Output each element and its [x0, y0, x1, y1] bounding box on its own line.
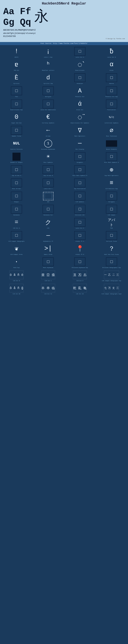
grid-cell-20: 0 Super And Sub	[1, 112, 32, 124]
alphabet-upper: ABCDEFGHIJKLMNOPQRSTUVWXYZ	[3, 28, 125, 32]
grid-cell-32: Geometric Shapes	[1, 151, 32, 164]
grid-cell-54: □ Latin Ext D	[64, 217, 96, 230]
grid-cell-42: □ Sup Punctuation	[64, 177, 96, 190]
cell-glyph-22: ◌̈	[65, 112, 95, 122]
cell-glyph-44: □	[1, 192, 31, 200]
grid-cell-60: ❦ CJK Compat Forms	[1, 243, 32, 256]
grid-cell-12: □ Thai	[1, 85, 32, 98]
cell-glyph-36: □	[1, 165, 31, 174]
grid-cell-33: ☀ Misc Symbols	[32, 151, 64, 164]
cell-glyph-18: ά	[65, 100, 95, 108]
grid-container: ! ASCII ¡ Latin 1 Sup □ Latin Ext A ƀ La…	[0, 45, 128, 296]
cell-glyph-61: >|	[33, 244, 63, 253]
grid-cell-53: ク CJK	[32, 217, 64, 230]
grid-cell-25: ← Arrows	[32, 125, 64, 138]
cell-glyph-55: アパ ト	[97, 218, 127, 227]
cell-label-70: CJK Ext D	[76, 280, 83, 282]
grid-cell-18: ά Greek Ext	[64, 98, 96, 111]
grid-cell-10: □ Armenian	[64, 72, 96, 85]
cell-glyph-13: □	[33, 86, 63, 96]
cell-label-28: Control Pictures	[10, 148, 23, 150]
cell-glyph-34: □	[65, 152, 95, 161]
cell-glyph-26: ∇	[65, 126, 95, 135]
cell-label-62: Arabic FF B	[76, 254, 84, 255]
cell-glyph-38: □	[65, 165, 95, 174]
cell-glyph-43: ≡	[97, 178, 127, 188]
cell-glyph-20: 0	[1, 112, 31, 122]
cell-glyph-49: □	[33, 204, 63, 214]
cell-glyph-65: □	[33, 257, 63, 266]
cell-glyph-35: □	[97, 152, 127, 161]
cell-glyph-27: ∅	[97, 126, 127, 135]
cell-label-67: Enclosed Ideographic Sup	[102, 267, 121, 268]
cell-glyph-59: □	[97, 231, 127, 240]
cell-label-58: Arabic FF A	[76, 240, 84, 242]
cell-glyph-14: A	[65, 86, 95, 96]
grid-cell-31: Block Elements	[96, 138, 127, 151]
grid-cell-0: ! ASCII	[1, 46, 32, 59]
grid-cell-47: □ Hiragana	[96, 190, 127, 203]
cell-glyph-25: ←	[33, 126, 63, 135]
cell-glyph-31	[97, 139, 127, 148]
cell-glyph-28: NUL	[1, 139, 31, 148]
grid-cell-67: □ Enclosed Ideographic Sup	[96, 256, 127, 269]
grid-cell-51: □ CJK Compat	[96, 204, 127, 216]
cell-glyph-58: □	[65, 231, 95, 240]
grid-cell-74: 乾 乿 亀 CJK Ext D2	[64, 282, 96, 296]
grid-cell-40: □ Misc Arrows	[1, 177, 32, 190]
cell-glyph-9: d	[33, 73, 63, 82]
cell-glyph-37: □	[33, 165, 63, 174]
grid-cell-49: □ Katakana Ext	[32, 204, 64, 216]
cell-glyph-74: 乾 乿 亀	[65, 284, 95, 293]
grid-cell-55: アパ ト PUA	[96, 217, 127, 230]
grid-cell-57: — Alphabetic FF	[32, 230, 64, 243]
cell-label-34: Dingbats	[77, 162, 83, 163]
cell-glyph-7: α	[97, 60, 127, 69]
grid-cell-9: d Cyrillic Sup	[32, 72, 64, 85]
cell-label-17: Latin Ext Additional	[40, 109, 56, 111]
cell-label-19: Punctuation	[107, 109, 116, 111]
cell-glyph-33: ☀	[33, 152, 63, 161]
cell-label-7: Greek	[110, 70, 114, 71]
cell-glyph-63: ？	[97, 244, 127, 253]
cell-glyph-52: =	[1, 218, 31, 227]
grid-cell-8: È Cyrillic	[1, 72, 32, 85]
cell-glyph-60: ❦	[1, 244, 31, 253]
cell-glyph-40: □	[1, 178, 31, 188]
preview-letters: Aa Ff Gg Qq	[3, 6, 31, 28]
cell-label-50: Enclosed CJK	[75, 214, 85, 216]
cell-glyph-73: 丰 串 临	[33, 284, 63, 293]
cell-glyph-54: □	[65, 218, 95, 227]
grid-cell-5: ʰ Modifier Letters	[32, 59, 64, 72]
cell-label-56: CJK Compat Ideographs	[8, 240, 25, 242]
grid-cell-66: □ Enclosed Alphanum Sup	[64, 256, 96, 269]
cell-label-5: Modifier Letters	[42, 70, 54, 71]
cell-label-38: Misc Math Symbols B	[72, 175, 87, 176]
cell-glyph-69: 亜 亞 亟	[33, 270, 63, 280]
cell-glyph-39: ⊕	[97, 165, 127, 174]
cell-label-39: Sup Math Operators	[105, 175, 119, 176]
cell-label-37: Sup Arrows B	[43, 175, 53, 176]
grid-cell-68: ö ã ñ ō CJK Ext B	[1, 270, 32, 282]
grid-cell-19: □ Punctuation	[96, 98, 127, 111]
cell-glyph-75: 七 万 丈 三	[97, 284, 127, 293]
grid-cell-56: □ CJK Compat Ideographs	[1, 230, 32, 243]
digits-line: 0123456789	[3, 35, 125, 38]
header-section: HackGen35Nerd Regular Aa Ff Gg Qq 永 ABCD…	[0, 0, 128, 42]
cell-glyph-17: □	[33, 100, 63, 108]
cell-glyph-72: ô å ñ ĝ	[1, 284, 31, 293]
cell-label-9: Cyrillic Sup	[43, 83, 53, 84]
cell-label-33: Misc Symbols	[43, 162, 53, 163]
cell-label-75: CJK Compat Ideographs Sup2	[102, 293, 122, 295]
cell-glyph-62: 📍	[65, 244, 95, 253]
grid-cell-37: □ Sup Arrows B	[32, 164, 64, 177]
grid-cell-70: 丑 丒 丠 CJK Ext D	[64, 270, 96, 282]
cell-label-60: CJK Compat Forms	[10, 254, 23, 255]
cell-glyph-2: □	[65, 47, 95, 56]
grid-cell-48: □ Katakana	[1, 204, 32, 216]
grid-cell-24: □ Number Forms	[1, 125, 32, 138]
grid-cell-72: ô å ñ ĝ CJK Ext B2	[1, 282, 32, 296]
cell-label-55: PUA	[110, 228, 113, 229]
grid-cell-61: >| Small Forms	[32, 243, 64, 256]
cell-glyph-4: ɐ	[1, 60, 31, 69]
